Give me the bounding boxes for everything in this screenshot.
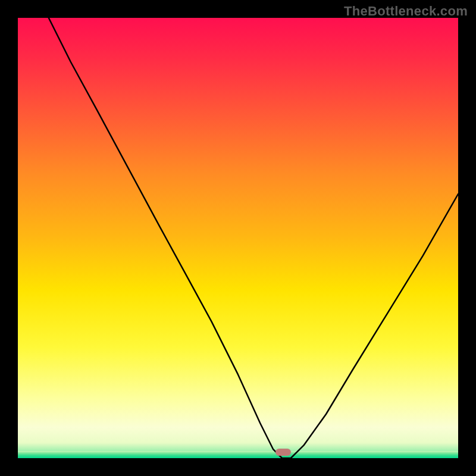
plot-area [18,18,458,458]
bottleneck-curve [18,18,458,458]
chart-frame: TheBottleneck.com [0,0,476,476]
optimum-marker [275,449,291,456]
watermark: TheBottleneck.com [344,4,468,19]
